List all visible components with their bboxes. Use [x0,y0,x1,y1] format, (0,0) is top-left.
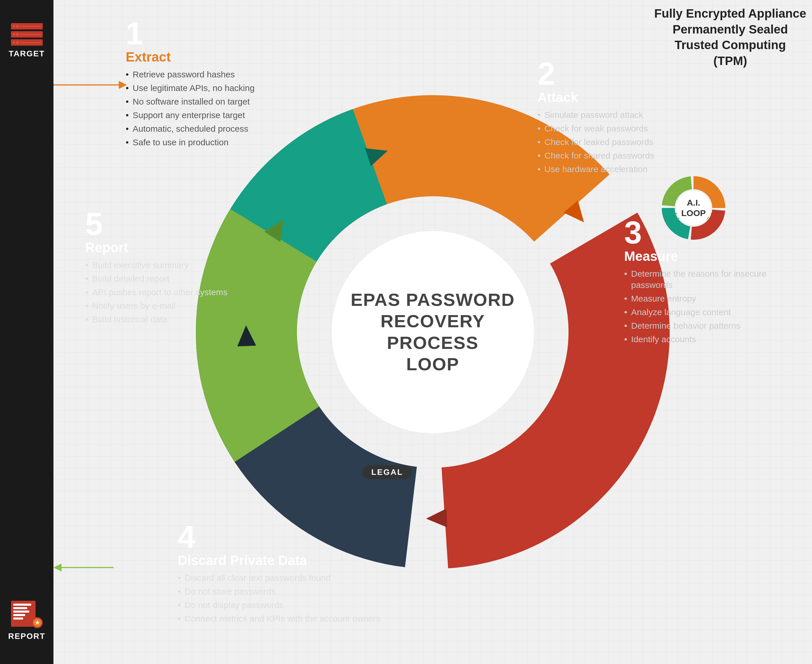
bullet-item: Use legitimate APIs, no hacking [126,82,328,94]
bullet-item: Safe to use in production [126,137,328,148]
bullet-item: Check for leaked passwords [538,136,717,148]
bullet-item: Automatic, scheduled process [126,123,328,134]
step-report: 5 Report Build executive summaryBuild de… [85,208,247,327]
bullet-item: Build executive summary [85,259,247,271]
sidebar: TARGET ★ REPORT [0,0,54,664]
sidebar-report: ★ REPORT [8,601,46,641]
bullet-item: Simulate password attack [538,109,717,120]
bullet-item: Retrieve password hashes [126,69,328,80]
report-connector [54,563,114,571]
bullet-item: Do not display passwords [178,599,391,610]
step1-title: Extract [126,49,328,65]
bullet-item: Build historical data [85,314,247,325]
target-label: TARGET [9,49,45,59]
step1-bullets: Retrieve password hashesUse legitimate A… [126,69,328,148]
bullet-item: Analyze language content [624,306,797,318]
bullet-item: Check for weak passwords [538,123,717,134]
legal-badge: LEGAL [363,465,412,479]
step-attack: 2 Attack Simulate password attackCheck f… [538,58,717,177]
step2-title: Attack [538,90,717,105]
step-extract: 1 Extract Retrieve password hashesUse le… [126,17,328,150]
step3-title: Measure [624,248,797,264]
report-icon: ★ [11,601,43,628]
center-text: EPAS PASSWORD RECOVERY PROCESS LOOP [351,289,515,375]
bullet-item: API pushes report to other systems [85,286,247,298]
ai-loop: A.I.LOOP [656,171,731,246]
bullet-item: Determine the reasons for insecure passw… [624,268,797,291]
bullet-item: Identify accounts [624,334,797,345]
step5-number: 5 [85,208,247,240]
step2-number: 2 [538,58,717,90]
bullet-item: Connect metrics and KPIs with the accoun… [178,613,391,624]
step1-number: 1 [126,17,328,49]
bullet-item: Discard all clear text passwords found [178,572,391,583]
step4-number: 4 [178,521,391,553]
step5-title: Report [85,240,247,256]
step-discard: LEGAL 4 Discard Private Data Discard all… [178,521,391,627]
center-circle: EPAS PASSWORD RECOVERY PROCESS LOOP [332,231,534,433]
step4-title: Discard Private Data [178,553,391,568]
step3-bullets: Determine the reasons for insecure passw… [624,268,797,345]
bullet-item: Support any enterprise target [126,109,328,121]
step5-bullets: Build executive summaryBuild detailed re… [85,259,247,325]
report-label: REPORT [8,631,46,641]
bullet-item: Do not store passwords [178,586,391,597]
target-connector [54,81,127,89]
bullet-item: Notify users by e-mail [85,300,247,311]
server-icon [11,23,43,46]
bullet-item: Measure entropy [624,293,797,304]
bullet-item: Check for shared passwords [538,150,717,161]
main-content: Fully Encrypted Appliance Permanently Se… [54,0,812,664]
bullet-item: Build detailed report [85,273,247,284]
sidebar-target: TARGET [9,23,45,59]
bullet-item: No software installed on target [126,96,328,107]
ai-loop-label: A.I.LOOP [681,197,706,218]
bullet-item: Determine behavior patterns [624,320,797,331]
step2-bullets: Simulate password attackCheck for weak p… [538,109,717,175]
step4-bullets: Discard all clear text passwords foundDo… [178,572,391,624]
